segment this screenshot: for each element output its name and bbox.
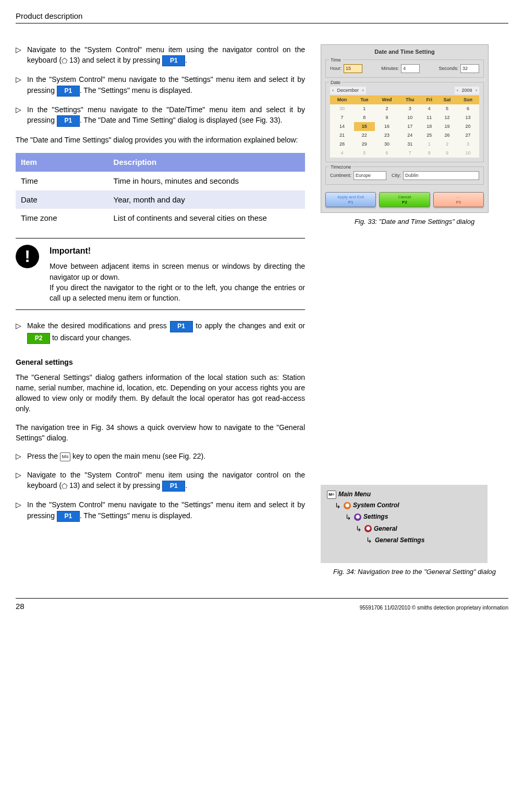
important-p1: Move between adjacent items in screen me… xyxy=(50,261,305,282)
cal-day[interactable]: 25 xyxy=(421,131,437,140)
text: . xyxy=(185,481,187,489)
cal-day[interactable]: 30 xyxy=(330,104,354,113)
paragraph-dialog-intro: The "Date and Time Settings" dialog prov… xyxy=(16,135,305,145)
gear-icon: ✺ xyxy=(364,525,372,532)
cal-day[interactable]: 20 xyxy=(457,122,479,131)
menu-key-icon: M≡ xyxy=(60,452,70,461)
text: to discard your changes. xyxy=(52,333,132,342)
cal-day[interactable]: 5 xyxy=(354,149,375,158)
table-row: DateYear, month and day xyxy=(16,190,305,209)
cal-day[interactable]: 23 xyxy=(375,131,399,140)
table-cell: Year, month and day xyxy=(108,190,305,209)
cal-day[interactable]: 14 xyxy=(330,122,354,131)
p2-button[interactable]: P2 xyxy=(27,333,50,344)
cal-day[interactable]: 6 xyxy=(375,149,399,158)
cal-day[interactable]: 8 xyxy=(354,113,375,122)
table-cell: Time in hours, minutes and seconds xyxy=(108,172,305,190)
city-label: City: xyxy=(392,172,401,179)
instruction-step: ▷In the "System Control" menu navigate t… xyxy=(16,74,305,97)
cal-day[interactable]: 19 xyxy=(437,122,457,131)
cal-day[interactable]: 4 xyxy=(421,104,437,113)
cal-day[interactable]: 7 xyxy=(330,113,354,122)
cal-day[interactable]: 29 xyxy=(354,140,375,149)
cal-day[interactable]: 11 xyxy=(421,113,437,122)
cancel-button[interactable]: CancelP2 xyxy=(379,192,430,207)
month-selector[interactable]: ‹ December › xyxy=(330,87,366,94)
important-icon: ! xyxy=(16,245,42,303)
cal-day[interactable]: 17 xyxy=(399,122,421,131)
fig33-caption: Fig. 33: "Date and Time Settings" dialog xyxy=(321,217,508,227)
year-selector[interactable]: ‹ 2009 › xyxy=(455,87,479,94)
cal-day[interactable]: 6 xyxy=(457,104,479,113)
step-marker-icon: ▷ xyxy=(16,74,27,97)
step-marker-icon: ▷ xyxy=(16,320,27,344)
cal-day[interactable]: 10 xyxy=(457,149,479,158)
cal-day[interactable]: 9 xyxy=(437,149,457,158)
navigator-icon: ⬠ xyxy=(62,57,67,64)
step-marker-icon: ▷ xyxy=(16,44,27,67)
cal-day[interactable]: 12 xyxy=(437,113,457,122)
cal-day[interactable]: 2 xyxy=(437,140,457,149)
cal-day[interactable]: 24 xyxy=(399,131,421,140)
text: Make the desired modifications and press xyxy=(27,321,170,330)
dash-button[interactable]: - -P3 xyxy=(433,192,484,207)
page-header: Product description xyxy=(16,10,508,23)
cal-day[interactable]: 2 xyxy=(375,104,399,113)
continent-label: Continent: xyxy=(330,172,351,179)
cal-day[interactable]: 7 xyxy=(399,149,421,158)
apply-exit-button[interactable]: Apply and ExitP1 xyxy=(325,192,376,207)
cal-day[interactable]: 16 xyxy=(375,122,399,131)
cal-day[interactable]: 10 xyxy=(399,113,421,122)
min-label: Minutes: xyxy=(381,65,399,72)
cal-day[interactable]: 21 xyxy=(330,131,354,140)
info-table: Item Description TimeTime in hours, minu… xyxy=(16,153,305,228)
p1-button[interactable]: P1 xyxy=(162,55,185,66)
second-spinner[interactable]: 32 xyxy=(460,64,479,73)
calendar[interactable]: MonTueWedThuFriSatSun 301234567891011121… xyxy=(330,95,479,158)
cal-day[interactable]: 28 xyxy=(330,140,354,149)
hour-spinner[interactable]: 15 xyxy=(344,64,362,73)
p1-button[interactable]: P1 xyxy=(57,511,80,522)
cal-day[interactable]: 4 xyxy=(330,149,354,158)
cal-dow: Tue xyxy=(354,95,375,104)
text: 13) and select it by pressing xyxy=(69,56,162,64)
cal-day[interactable]: 31 xyxy=(399,140,421,149)
hook-arrow-icon: ↳ xyxy=(355,523,362,534)
step-marker-icon: ▷ xyxy=(16,451,27,461)
cal-day[interactable]: 3 xyxy=(457,140,479,149)
step-marker-icon: ▷ xyxy=(16,499,27,522)
minute-spinner[interactable]: 4 xyxy=(401,64,420,73)
p1-button[interactable]: P1 xyxy=(57,115,80,126)
side-column: Date and Time Setting Time Hour: 15 Minu… xyxy=(321,44,508,577)
general-p2: The navigation tree in Fig. 34 shows a q… xyxy=(16,422,305,444)
footer-copyright: 95591706 11/02/2010 © smiths detection p… xyxy=(360,604,508,612)
cal-day[interactable]: 13 xyxy=(457,113,479,122)
page-number: 28 xyxy=(16,601,25,612)
cal-day[interactable]: 1 xyxy=(421,140,437,149)
cal-day[interactable]: 27 xyxy=(457,131,479,140)
navtree-main: Main Menu xyxy=(338,490,371,499)
text: Press the xyxy=(27,452,60,460)
hook-arrow-icon: ↳ xyxy=(365,535,373,545)
text: key to open the main menu (see Fig. 22). xyxy=(70,452,205,460)
general-settings-heading: General settings xyxy=(16,357,305,367)
cal-day[interactable]: 18 xyxy=(421,122,437,131)
continent-select[interactable]: Europe xyxy=(354,171,386,180)
city-select[interactable]: Dublin xyxy=(403,171,479,180)
navtree-settings: Settings xyxy=(363,512,388,521)
cal-day[interactable]: 30 xyxy=(375,140,399,149)
cal-dow: Thu xyxy=(399,95,421,104)
cal-dow: Fri xyxy=(421,95,437,104)
instruction-step: ▷Press the M≡ key to open the main menu … xyxy=(16,451,305,461)
p1-button[interactable]: P1 xyxy=(57,86,80,97)
p1-button[interactable]: P1 xyxy=(170,321,193,332)
cal-day[interactable]: 5 xyxy=(437,104,457,113)
cal-day[interactable]: 8 xyxy=(421,149,437,158)
cal-day[interactable]: 9 xyxy=(375,113,399,122)
p1-button[interactable]: P1 xyxy=(162,481,185,492)
cal-day[interactable]: 22 xyxy=(354,131,375,140)
cal-day[interactable]: 3 xyxy=(399,104,421,113)
cal-day[interactable]: 15 xyxy=(354,122,375,131)
cal-day[interactable]: 26 xyxy=(437,131,457,140)
cal-day[interactable]: 1 xyxy=(354,104,375,113)
